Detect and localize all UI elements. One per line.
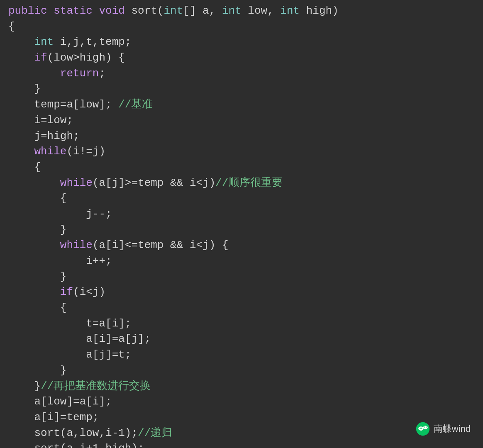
code-line: }: [8, 363, 475, 379]
code-line: temp=a[low]; //基准: [8, 97, 475, 113]
code-line: j--;: [8, 207, 475, 222]
code-line: {: [8, 191, 475, 207]
svg-point-3: [420, 428, 421, 429]
code-line: public static void sort(int[] a, int low…: [8, 3, 475, 19]
code-line: }: [8, 222, 475, 238]
code-line: return;: [8, 66, 475, 82]
code-line: i++;: [8, 253, 475, 269]
code-line: a[i]=a[j];: [8, 331, 475, 347]
code-line: {: [8, 160, 475, 175]
code-line: }: [8, 81, 475, 97]
code-line: }//再把基准数进行交换: [8, 379, 475, 394]
code-line: t=a[i];: [8, 316, 475, 332]
code-line: while(i!=j): [8, 144, 475, 160]
code-line: {: [8, 300, 475, 316]
svg-point-5: [424, 426, 425, 427]
code-line: if(i<j): [8, 285, 475, 300]
wechat-icon: [415, 421, 430, 436]
code-line: a[i]=temp;: [8, 410, 475, 426]
code-block: public static void sort(int[] a, int low…: [0, 0, 483, 448]
watermark-text: 南蝶wind: [434, 422, 471, 436]
code-line: a[j]=t;: [8, 347, 475, 363]
code-line: a[low]=a[i];: [8, 394, 475, 410]
svg-point-2: [423, 426, 428, 429]
code-line: }: [8, 269, 475, 285]
code-line: sort(a,i+1,high);: [8, 441, 475, 448]
code-line: int i,j,t,temp;: [8, 34, 475, 50]
svg-point-1: [418, 426, 424, 431]
code-line: if(low>high) {: [8, 50, 475, 66]
code-line: while(a[i]<=temp && i<j) {: [8, 238, 475, 253]
code-line: sort(a,low,i-1);//递归: [8, 426, 475, 441]
watermark: 南蝶wind: [415, 421, 471, 436]
code-line: i=low;: [8, 113, 475, 129]
svg-point-6: [426, 426, 427, 427]
code-line: while(a[j]>=temp && i<j)//顺序很重要: [8, 175, 475, 191]
code-line: {: [8, 19, 475, 35]
svg-point-4: [421, 428, 422, 429]
code-line: j=high;: [8, 129, 475, 144]
